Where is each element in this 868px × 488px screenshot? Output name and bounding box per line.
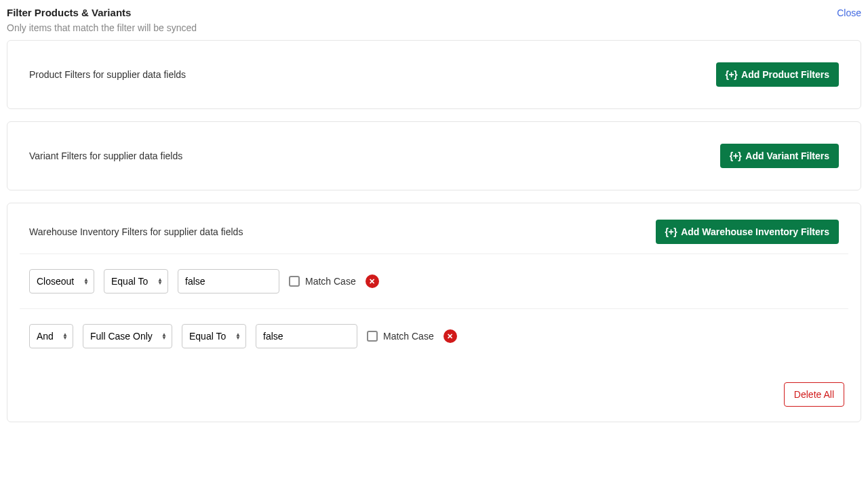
logic-select[interactable]: And	[29, 324, 73, 348]
add-product-filters-label: Add Product Filters	[741, 69, 829, 80]
filter-rule-row: And ▲▼ Full Case Only ▲▼ Equal To ▲▼ Mat…	[20, 308, 848, 363]
match-case-label: Match Case	[383, 331, 434, 342]
value-input[interactable]	[178, 269, 279, 293]
variant-filters-label: Variant Filters for supplier data fields	[29, 150, 182, 161]
add-variant-filters-button[interactable]: {+} Add Variant Filters	[720, 144, 839, 168]
product-filters-card: Product Filters for supplier data fields…	[7, 40, 861, 109]
delete-row-icon[interactable]: ✕	[443, 329, 457, 343]
match-case-checkbox[interactable]	[289, 276, 300, 287]
delete-row-icon[interactable]: ✕	[366, 274, 379, 288]
add-icon: {+}	[730, 150, 742, 161]
add-warehouse-filters-button[interactable]: {+} Add Warehouse Inventory Filters	[656, 220, 839, 244]
variant-filters-card: Variant Filters for supplier data fields…	[7, 121, 861, 190]
product-filters-label: Product Filters for supplier data fields	[29, 69, 186, 80]
warehouse-filters-label: Warehouse Inventory Filters for supplier…	[29, 226, 243, 237]
field-select[interactable]: Closeout	[29, 269, 94, 293]
add-warehouse-filters-label: Add Warehouse Inventory Filters	[681, 226, 829, 237]
add-icon: {+}	[726, 69, 738, 80]
match-case-checkbox[interactable]	[367, 331, 378, 342]
operator-select[interactable]: Equal To	[104, 269, 168, 293]
close-link[interactable]: Close	[837, 7, 861, 18]
add-icon: {+}	[665, 226, 677, 237]
delete-all-button[interactable]: Delete All	[784, 382, 844, 407]
match-case-label: Match Case	[305, 276, 356, 287]
field-select[interactable]: Full Case Only	[83, 324, 172, 348]
filter-rule-row: Closeout ▲▼ Equal To ▲▼ Match Case ✕	[20, 253, 848, 308]
page-subtitle: Only items that match the filter will be…	[7, 22, 861, 33]
add-variant-filters-label: Add Variant Filters	[745, 150, 829, 161]
page-title: Filter Products & Variants	[7, 7, 131, 18]
add-product-filters-button[interactable]: {+} Add Product Filters	[716, 62, 839, 87]
warehouse-filters-card: Warehouse Inventory Filters for supplier…	[7, 203, 861, 422]
value-input[interactable]	[256, 324, 357, 348]
operator-select[interactable]: Equal To	[182, 324, 246, 348]
